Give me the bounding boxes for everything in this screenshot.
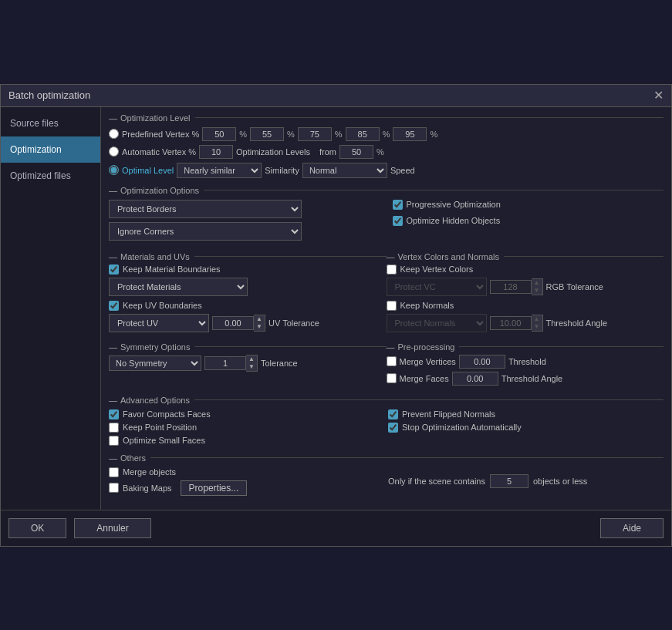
others-grid: Merge objects Baking Maps Properties... …	[109, 467, 664, 496]
advanced-options-header: Advanced Options	[109, 396, 664, 405]
preprocessing-section: Pre-processing Merge Vertices Threshold …	[387, 342, 664, 389]
close-button[interactable]: ✕	[653, 89, 664, 102]
keep-vertex-checkbox[interactable]	[387, 264, 397, 275]
optimize-small-row: Optimize Small Faces	[109, 436, 384, 446]
pct-input-2[interactable]	[250, 127, 284, 141]
auto-levels-input[interactable]	[199, 145, 233, 159]
vc-select-row: Protect VC ▲ ▼ RGB Tolerance	[387, 278, 664, 296]
dialog-title: Batch optimization	[8, 89, 90, 101]
predefined-vertex-radio[interactable]	[109, 129, 119, 139]
keep-point-row: Keep Point Position	[109, 423, 384, 433]
normals-select-row: Protect Normals ▲ ▼ Threshold Angle	[387, 314, 664, 332]
optimal-level-row: Optimal Level Nearly similar Similar Dif…	[109, 163, 664, 178]
symmetry-select[interactable]: No Symmetry X Y Z	[109, 355, 201, 371]
keep-uv-row: Keep UV Boundaries	[109, 301, 387, 311]
batch-optimization-dialog: Batch optimization ✕ Source files Optimi…	[0, 84, 672, 547]
materials-uvs-header: Materials and UVs	[109, 252, 387, 261]
speed-select[interactable]: Normal Fast Slow	[302, 163, 387, 178]
advanced-options-section: Advanced Options Favor Compacts Faces Ke…	[109, 396, 664, 446]
advanced-left: Favor Compacts Faces Keep Point Position…	[109, 409, 384, 446]
merge-faces-checkbox[interactable]	[387, 373, 397, 383]
symmetry-preprocessing-grid: Symmetry Options No Symmetry X Y Z ▲	[109, 342, 664, 389]
threshold-down: ▼	[532, 323, 542, 331]
sym-tolerance-up[interactable]: ▲	[246, 355, 257, 363]
pct-input-5[interactable]	[393, 127, 427, 141]
progressive-checkbox[interactable]	[393, 200, 403, 210]
similarity-select[interactable]: Nearly similar Similar Different	[177, 163, 262, 178]
favor-compacts-checkbox[interactable]	[109, 409, 119, 419]
vc-select: Protect VC	[387, 278, 487, 296]
auto-from-input[interactable]	[339, 145, 373, 159]
materials-vertex-grid: Materials and UVs Keep Material Boundari…	[109, 252, 664, 336]
materials-select[interactable]: Protect Materials Ignore Materials	[109, 278, 248, 296]
automatic-vertex-radio[interactable]	[109, 147, 119, 157]
prevent-flipped-row: Prevent Flipped Normals	[388, 409, 664, 419]
prevent-flipped-checkbox[interactable]	[388, 409, 398, 419]
opt-options-grid: Protect Borders Ignore Borders Allow Bor…	[109, 200, 664, 244]
pct-input-1[interactable]	[202, 127, 236, 141]
dialog-body: Source files Optimization Optimized file…	[1, 107, 671, 510]
pct-input-3[interactable]	[298, 127, 332, 141]
help-button[interactable]: Aide	[600, 518, 664, 538]
merge-vertices-input[interactable]	[459, 355, 505, 369]
keep-material-checkbox[interactable]	[109, 264, 119, 275]
hidden-objects-checkbox[interactable]	[393, 216, 403, 226]
merge-vertices-row: Merge Vertices Threshold	[387, 355, 664, 369]
cancel-button[interactable]: Annuler	[74, 518, 150, 538]
pct-input-4[interactable]	[346, 127, 380, 141]
others-right: Only if the scene contains objects or le…	[388, 467, 664, 496]
keep-point-checkbox[interactable]	[109, 423, 119, 433]
others-header: Others	[109, 453, 664, 463]
advanced-right: Prevent Flipped Normals Stop Optimizatio…	[388, 409, 664, 446]
baking-maps-checkbox[interactable]	[109, 483, 119, 493]
stop-auto-row: Stop Optimization Automatically	[388, 423, 664, 433]
scene-objects-input[interactable]	[490, 474, 528, 488]
merge-vertices-checkbox[interactable]	[387, 356, 397, 366]
corners-select[interactable]: Ignore Corners Protect Corners	[109, 222, 302, 241]
favor-compacts-row: Favor Compacts Faces	[109, 409, 384, 419]
optimal-level-radio[interactable]	[109, 165, 119, 175]
corners-row: Ignore Corners Protect Corners	[109, 222, 380, 241]
uv-select[interactable]: Protect UV Ignore UV	[109, 314, 209, 332]
action-buttons: OK Annuler Aide	[1, 510, 671, 546]
merge-faces-input[interactable]	[452, 372, 498, 386]
symmetry-tolerance-input[interactable]	[204, 356, 246, 370]
merge-objects-checkbox[interactable]	[109, 467, 119, 477]
others-left: Merge objects Baking Maps Properties...	[109, 467, 384, 496]
rgb-tolerance-input	[490, 280, 532, 294]
progressive-row: Progressive Optimization	[393, 200, 664, 210]
sidebar-item-optimized-files[interactable]: Optimized files	[1, 163, 100, 189]
sidebar-item-source-files[interactable]: Source files	[1, 110, 100, 136]
optimize-small-checkbox[interactable]	[109, 436, 119, 446]
rgb-tolerance-up: ▲	[532, 279, 542, 287]
rgb-tolerance-stepper: ▲ ▼	[490, 278, 543, 295]
threshold-stepper: ▲ ▼	[490, 315, 543, 332]
materials-uvs-section: Materials and UVs Keep Material Boundari…	[109, 252, 387, 336]
sym-tolerance-down[interactable]: ▼	[246, 363, 257, 371]
rgb-tolerance-stepper-btns: ▲ ▼	[532, 278, 543, 295]
uv-tolerance-up[interactable]: ▲	[254, 315, 265, 323]
optimization-options-header: Optimization Options	[109, 186, 664, 195]
stop-auto-checkbox[interactable]	[388, 423, 398, 433]
symmetry-row: No Symmetry X Y Z ▲ ▼ Toleranc	[109, 355, 387, 372]
opt-options-right: Progressive Optimization Optimize Hidden…	[393, 200, 664, 244]
keep-material-row: Keep Material Boundaries	[109, 264, 387, 275]
merge-faces-row: Merge Faces Threshold Angle	[387, 372, 664, 386]
symmetry-tolerance-btns: ▲ ▼	[246, 355, 258, 372]
keep-normals-checkbox[interactable]	[387, 301, 397, 311]
uv-tolerance-input[interactable]	[212, 316, 254, 330]
threshold-stepper-btns: ▲ ▼	[532, 315, 543, 332]
uv-tolerance-stepper-btns: ▲ ▼	[254, 315, 265, 332]
borders-select[interactable]: Protect Borders Ignore Borders Allow Bor…	[109, 200, 302, 218]
borders-row: Protect Borders Ignore Borders Allow Bor…	[109, 200, 380, 218]
properties-button[interactable]: Properties...	[181, 480, 248, 496]
vertex-colors-section: Vertex Colors and Normals Keep Vertex Co…	[387, 252, 664, 336]
sidebar: Source files Optimization Optimized file…	[1, 107, 101, 510]
ok-button[interactable]: OK	[8, 518, 66, 538]
opt-options-left: Protect Borders Ignore Borders Allow Bor…	[109, 200, 380, 244]
uv-tolerance-down[interactable]: ▼	[254, 323, 265, 331]
keep-uv-checkbox[interactable]	[109, 301, 119, 311]
keep-normals-row: Keep Normals	[387, 301, 664, 311]
sidebar-item-optimization[interactable]: Optimization	[1, 136, 100, 163]
baking-maps-row: Baking Maps Properties...	[109, 480, 384, 496]
